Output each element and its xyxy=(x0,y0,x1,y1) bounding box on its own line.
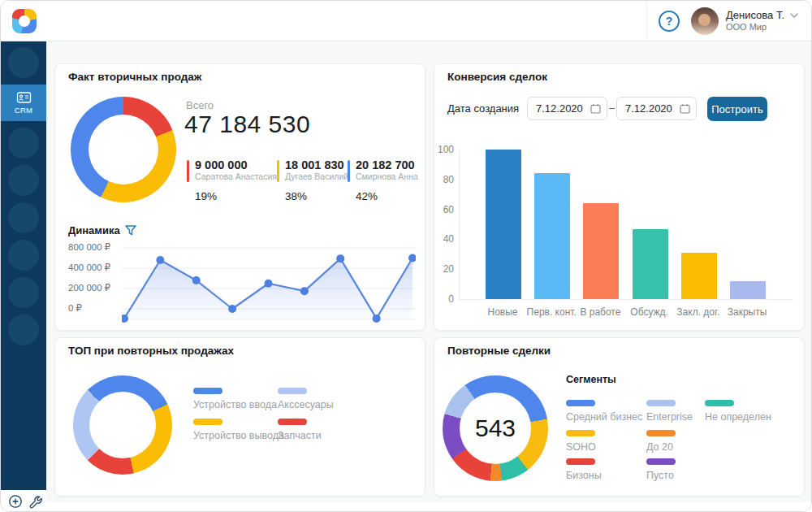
y-axis-tick: 100 xyxy=(438,144,454,155)
legend-color-bar xyxy=(348,160,350,182)
legend-label: Не определен xyxy=(705,411,771,423)
legend-color-pill xyxy=(646,458,676,465)
legend-percent: 19% xyxy=(195,190,277,202)
line-point xyxy=(336,254,344,263)
dashboard: Факт вторичных продаж Всего 47 184 530 9… xyxy=(46,41,812,512)
y-axis-tick: 60 xyxy=(443,204,454,215)
total-value: 47 184 530 xyxy=(184,111,310,138)
legend-label: Средний бизнес xyxy=(566,411,642,423)
line-point xyxy=(300,287,309,295)
card-fact-sales: Факт вторичных продаж Всего 47 184 530 9… xyxy=(54,63,425,331)
crm-contact-card-icon xyxy=(16,91,32,104)
legend-color-pill xyxy=(566,458,595,465)
sidebar-item-5[interactable] xyxy=(8,240,39,271)
dynamics-header: Динамика xyxy=(68,224,136,236)
repeat-deals-total: 543 xyxy=(443,375,548,481)
x-axis-label: В работе xyxy=(580,306,620,318)
legend-color-pill xyxy=(278,419,307,425)
x-axis-label: Закл. дог. xyxy=(676,306,719,318)
y-axis-tick: 200 000 ₽ xyxy=(68,282,110,293)
legend-label: Устройство ввода xyxy=(193,399,277,410)
top-repeat-donut-chart xyxy=(73,375,172,475)
wrench-settings-button[interactable] xyxy=(28,494,42,509)
date-from-wrap xyxy=(527,97,607,120)
y-axis-tick: 800 000 ₽ xyxy=(68,241,110,253)
x-axis-label: Новые xyxy=(487,306,517,318)
bar-chart-x-axis: НовыеПерв. конт.В работеОбсужд.Закл. дог… xyxy=(459,306,793,319)
repeat-deals-donut-chart: 543 xyxy=(443,375,548,481)
legend-value: 9 000 000 xyxy=(195,158,277,171)
sidebar-item-1[interactable] xyxy=(8,47,39,78)
y-axis-tick: 400 000 ₽ xyxy=(68,262,110,273)
legend-item: Enterprise xyxy=(646,400,693,423)
top-repeat-legend: Устройство вводаАкссесуарыУстройство выв… xyxy=(193,388,412,453)
bar xyxy=(681,253,717,299)
card-title: Факт вторичных продаж xyxy=(68,71,201,83)
legend-label: SOHO xyxy=(566,441,596,453)
fact-legend-item: 9 000 000Саратова Анастасия19% xyxy=(187,158,277,202)
date-to-input[interactable] xyxy=(616,97,697,120)
x-axis-label: Закрыты xyxy=(728,306,767,318)
legend-color-pill xyxy=(566,400,595,406)
repeat-deals-legend: Средний бизнесEnterpriseНе определенSOHO… xyxy=(566,400,797,489)
legend-item: Бизоны xyxy=(566,458,602,481)
legend-label: Устройство вывода xyxy=(193,430,284,441)
sidebar-item-3[interactable] xyxy=(8,165,39,196)
fact-legend-item: 20 182 700Смирнова Анна42% xyxy=(348,158,418,202)
bar xyxy=(534,173,570,299)
sidebar-item-7[interactable] xyxy=(8,315,39,345)
sidebar: CRM xyxy=(1,41,46,490)
line-point xyxy=(408,254,416,263)
bar xyxy=(486,150,521,299)
line-point xyxy=(265,280,273,288)
legend-item: Акссесуары xyxy=(278,388,334,410)
legend-item: Пусто xyxy=(646,458,676,481)
y-axis-tick: 20 xyxy=(443,263,454,275)
legend-color-bar xyxy=(187,160,189,182)
legend-color-pill xyxy=(566,430,595,436)
legend-color-pill xyxy=(646,430,676,436)
legend-percent: 42% xyxy=(356,190,418,202)
sidebar-item-4[interactable] xyxy=(8,202,39,233)
topbar-right: ? Денисова Т. ООО Мир xyxy=(646,1,811,41)
card-repeat-deals: Повторные сделки 543 Сегменты Средний би… xyxy=(434,337,805,497)
filter-icon[interactable] xyxy=(125,225,136,236)
date-range-separator: – xyxy=(609,102,615,114)
chevron-down-icon xyxy=(790,13,798,18)
sidebar-footer xyxy=(1,490,46,512)
avatar[interactable] xyxy=(691,7,719,35)
add-button[interactable] xyxy=(8,494,23,509)
bar-chart-y-axis: 020406080100 xyxy=(434,150,454,300)
legend-label: Пусто xyxy=(646,470,676,481)
legend-item: Не определен xyxy=(705,400,771,423)
legend-color-pill xyxy=(646,400,676,406)
card-top-repeat-sales: ТОП при повторных продажах Устройство вв… xyxy=(54,337,425,497)
topbar-divider xyxy=(646,1,647,41)
date-from-input[interactable] xyxy=(527,97,607,120)
build-button[interactable]: Построить xyxy=(707,97,767,121)
user-name: Денисова Т. xyxy=(726,9,784,22)
help-button[interactable]: ? xyxy=(659,11,680,32)
x-axis-label: Обсужд. xyxy=(630,306,668,318)
sidebar-item-crm[interactable]: CRM xyxy=(1,85,46,121)
sidebar-item-6[interactable] xyxy=(8,277,39,308)
card-title: Повторные сделки xyxy=(447,345,551,357)
user-menu[interactable]: Денисова Т. ООО Мир xyxy=(726,9,798,33)
legend-label: До 20 xyxy=(646,441,676,453)
sidebar-item-2[interactable] xyxy=(8,128,39,158)
fact-legend: 9 000 000Саратова Анастасия19%18 001 830… xyxy=(187,158,422,215)
line-point xyxy=(373,315,381,323)
x-axis-label: Перв. конт. xyxy=(527,306,577,318)
bar xyxy=(583,203,619,299)
date-to-wrap xyxy=(616,97,697,120)
legend-color-bar xyxy=(277,160,279,182)
legend-item: Запчасти xyxy=(278,419,322,441)
y-axis-tick: 40 xyxy=(443,233,454,245)
legend-value: 18 001 830 xyxy=(285,158,348,171)
app-logo-icon[interactable] xyxy=(12,9,37,33)
fact-legend-item: 18 001 830Дугаев Василий38% xyxy=(277,158,348,202)
legend-item: До 20 xyxy=(646,430,676,453)
legend-item: Устройство вывода xyxy=(193,419,284,441)
line-point xyxy=(228,305,236,313)
bar xyxy=(730,281,766,299)
